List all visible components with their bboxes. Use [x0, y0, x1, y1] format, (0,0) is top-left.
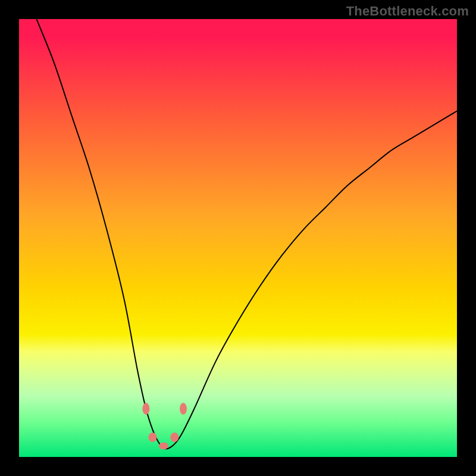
marker-group — [142, 403, 187, 450]
chart-area — [19, 19, 457, 457]
watermark-text: TheBottleneck.com — [346, 4, 469, 19]
curve-marker — [170, 433, 178, 442]
curve-marker — [159, 443, 168, 450]
bottleneck-curve-path — [36, 19, 457, 449]
bottleneck-chart — [19, 19, 457, 457]
curve-marker — [142, 403, 149, 415]
curve-marker — [149, 433, 157, 442]
curve-marker — [180, 403, 187, 415]
